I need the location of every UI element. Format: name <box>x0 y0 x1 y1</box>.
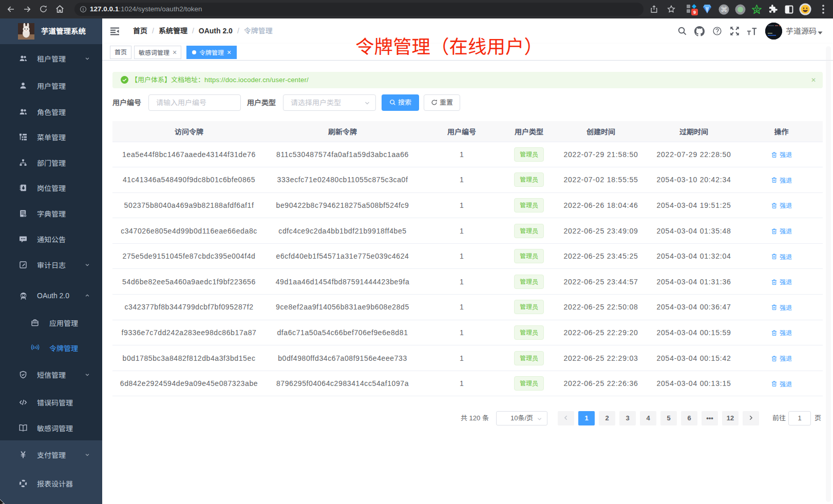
svg-text:⌘: ⌘ <box>721 6 727 13</box>
svg-text:9: 9 <box>693 10 696 15</box>
svg-text:a: a <box>34 345 36 349</box>
